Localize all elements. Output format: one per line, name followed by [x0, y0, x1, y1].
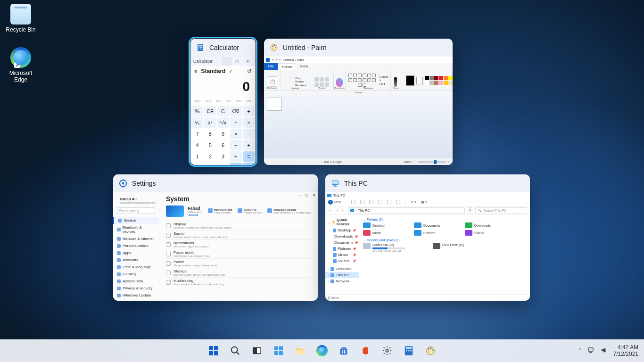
volume-icon[interactable] — [600, 346, 608, 355]
settings-nav-item: Bluetooth & devices — [113, 224, 159, 235]
settings-button[interactable] — [378, 341, 396, 360]
svg-rect-40 — [342, 352, 343, 354]
nav-icon — [118, 219, 122, 222]
network-icon[interactable] — [587, 346, 594, 355]
calc-key: 4 — [191, 140, 203, 150]
nav-icon — [117, 287, 121, 290]
search-button[interactable] — [226, 341, 245, 360]
shape-icon — [353, 74, 357, 77]
settings-nav-item: Accounts — [113, 256, 159, 263]
taskview-card-title: Untitled - Paint — [283, 44, 326, 51]
group-shapes-label: Shapes — [363, 87, 373, 90]
shape-icon — [363, 78, 366, 82]
paint-button[interactable] — [421, 341, 440, 360]
tab-view: View — [296, 63, 312, 70]
nav-icon — [117, 258, 121, 262]
color2-swatch — [416, 77, 423, 84]
group-image-label: Image — [291, 87, 299, 90]
svg-rect-53 — [588, 348, 593, 351]
calc-key: 8 — [204, 129, 216, 139]
shape-icon — [367, 78, 371, 82]
page-title: System — [166, 195, 311, 203]
calc-key: + — [230, 151, 242, 162]
thispc-icon — [331, 179, 339, 188]
svg-rect-37 — [342, 347, 345, 349]
svg-rect-20 — [332, 181, 338, 184]
delete-icon — [396, 200, 400, 204]
settings-promo-card: Microsoft 365View benefits — [208, 208, 232, 214]
user-email: theyouthfemuhadali@outlook.com — [120, 201, 156, 204]
shape-icon — [363, 83, 366, 87]
size-icon — [394, 77, 397, 87]
svg-point-10 — [274, 45, 275, 46]
store-button[interactable] — [334, 341, 353, 360]
tray-overflow-icon[interactable]: ˄ — [578, 348, 581, 354]
start-button[interactable] — [204, 341, 223, 360]
taskview-card-paint[interactable]: Untitled - Paint ⟲ ⟳ ▾ Untitled - Paint … — [264, 39, 453, 165]
quick-access-label: Quick access — [337, 218, 356, 226]
calc-key: 1 — [191, 151, 203, 162]
system-clock[interactable]: 4:42 AM 7/12/2021 — [613, 344, 638, 358]
color-swatch — [434, 76, 438, 80]
dvd-icon — [433, 243, 440, 249]
svg-rect-47 — [410, 350, 412, 352]
taskview-card-thispc[interactable]: This PC This PC +New | | ⇅ ▾ ▦ ▾ ⋯ ← → — [325, 174, 530, 301]
taskview-card-title: This PC — [344, 180, 368, 187]
color-swatch — [429, 81, 434, 85]
settings-icon — [119, 179, 127, 188]
thispc-small-icon — [327, 194, 331, 197]
folder-item: Pictures — [414, 230, 456, 236]
widgets-button[interactable] — [269, 341, 288, 360]
edge-label: Microsoft Edge — [6, 70, 36, 83]
settings-nav-item: Privacy & security — [113, 285, 159, 292]
svg-rect-6 — [200, 49, 201, 49]
tab-file: File — [264, 63, 278, 70]
task-view-button[interactable] — [248, 341, 266, 360]
tree-item: Downloads📌 — [325, 233, 359, 239]
calc-mem-btn: MR — [206, 99, 211, 103]
taskview-card-calculator[interactable]: Calculator Calculator — ▢ ✕ ≡ Standard ⤢… — [190, 39, 256, 165]
svg-point-14 — [122, 182, 124, 185]
nav-icon — [117, 265, 121, 269]
calc-mem-btn: MC — [195, 99, 200, 103]
edge-desktop-icon[interactable]: ↗ Microsoft Edge — [6, 47, 36, 83]
edge-button[interactable] — [313, 341, 331, 360]
taskview-card-title: Settings — [132, 180, 156, 187]
taskview-card-header: This PC — [325, 174, 530, 192]
settings-nav-item: Personalization — [113, 242, 159, 249]
tree-item: Music📌 — [325, 252, 359, 258]
tree-item: ›Network — [325, 278, 359, 284]
calc-key: 7 — [191, 129, 203, 139]
clock-time: 4:42 AM — [613, 344, 638, 351]
calculator-button[interactable] — [399, 341, 418, 360]
color-swatch — [439, 76, 443, 80]
paint-canvas-doc — [267, 98, 282, 111]
folder-item: Downloads — [465, 222, 507, 228]
recycle-bin-icon — [10, 4, 31, 25]
shape-icon — [358, 74, 362, 77]
svg-rect-30 — [253, 348, 257, 354]
svg-point-42 — [386, 349, 388, 352]
svg-rect-25 — [209, 351, 213, 355]
device-name: Fahad — [188, 206, 202, 211]
shape-icon — [358, 83, 362, 87]
taskview-card-settings[interactable]: Settings —▢✕ Fahad Ali theyouthfemuhadal… — [113, 174, 318, 301]
close-icon: ✕ — [313, 193, 316, 197]
svg-point-50 — [430, 347, 432, 349]
color-swatch — [429, 76, 434, 80]
calc-key: 6 — [217, 140, 229, 150]
edge-icon: ↗ — [10, 47, 31, 68]
settings-row: StorageStorage space, drives, configurat… — [166, 268, 311, 277]
group-clipboard-label: Clipboard — [266, 87, 279, 90]
tree-item: Documents📌 — [325, 239, 359, 246]
folder-item: Desktop — [363, 222, 405, 228]
settings-thumbnail: —▢✕ Fahad Ali theyouthfemuhadali@outlook… — [113, 192, 318, 301]
recycle-bin-desktop-icon[interactable]: Recycle Bin — [6, 4, 36, 33]
office-button[interactable] — [356, 341, 375, 360]
file-explorer-button[interactable] — [291, 341, 310, 360]
settings-nav-item: System — [113, 217, 159, 224]
close-icon: ✕ — [242, 57, 253, 66]
user-name: Fahad Ali — [120, 197, 156, 201]
taskview-card-header: Settings — [113, 174, 318, 192]
settings-promo-card: Windows UpdateLast checked: 51 minutes a… — [267, 208, 311, 214]
